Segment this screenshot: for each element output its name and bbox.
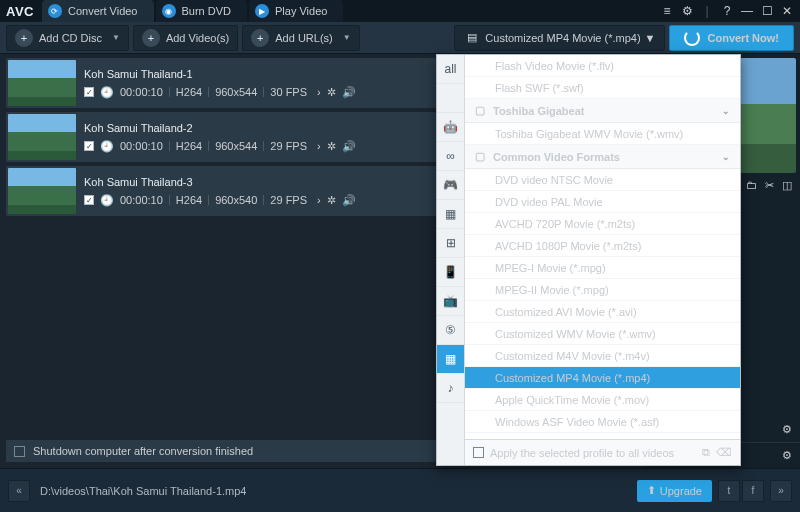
clip-thumbnail [8, 168, 76, 214]
apply-all-checkbox[interactable] [473, 447, 484, 458]
chevron-right-icon[interactable]: › [317, 140, 321, 152]
profile-option-label: AVCHD 1080P Movie (*.m2ts) [495, 240, 641, 252]
facebook-icon[interactable]: f [742, 480, 764, 502]
maximize-icon[interactable]: ☐ [760, 4, 774, 18]
next-button[interactable]: » [770, 480, 792, 502]
profile-rail-item[interactable]: ♪ [437, 374, 464, 403]
upload-icon: ⬆ [647, 484, 656, 497]
profile-option[interactable]: MPEG-II Movie (*.mpg) [465, 279, 740, 301]
chevron-right-icon[interactable]: › [317, 194, 321, 206]
gear-icon[interactable]: ⚙ [782, 449, 792, 462]
profile-label: Customized MP4 Movie (*.mp4) [485, 32, 640, 44]
clip-duration: 00:00:10 [120, 194, 163, 206]
profile-rail-item[interactable]: ⑤ [437, 316, 464, 345]
clock-icon: 🕘 [100, 86, 114, 99]
clip-resolution: 960x544 [215, 140, 257, 152]
profile-option[interactable]: AVCHD 720P Movie (*.m2ts) [465, 213, 740, 235]
profile-option-label: Customized M4V Movie (*.m4v) [495, 350, 650, 362]
profile-rail-item[interactable]: 🎮 [437, 171, 464, 200]
globe-plus-icon: + [251, 29, 269, 47]
gear-icon[interactable]: ⚙ [782, 423, 792, 436]
profile-option[interactable]: AVCHD 1080P Movie (*.m2ts) [465, 235, 740, 257]
output-profile-dropdown[interactable]: ▤ Customized MP4 Movie (*.mp4) ▼ [454, 25, 664, 51]
profile-rail-item[interactable]: 🤖 [437, 113, 464, 142]
upgrade-button[interactable]: ⬆ Upgrade [637, 480, 712, 502]
profile-option[interactable]: Toshiba Gigabeat WMV Movie (*.wmv) [465, 123, 740, 145]
profile-option[interactable]: Matroska Movie (*.mkv) [465, 433, 740, 439]
profile-option-label: Customized WMV Movie (*.wmv) [495, 328, 656, 340]
profile-rail-item[interactable]: ∞ [437, 142, 464, 171]
profile-option[interactable]: Flash SWF (*.swf) [465, 77, 740, 99]
status-bar: « D:\videos\Thai\Koh Samui Thailand-1.mp… [0, 468, 800, 512]
clip-checkbox[interactable]: ✓ [84, 87, 94, 97]
audio-icon: 🔊 [342, 140, 356, 153]
twitter-icon[interactable]: t [718, 480, 740, 502]
clip-resolution: 960x544 [215, 86, 257, 98]
clip-codec: H264 [176, 194, 202, 206]
help-icon[interactable]: ? [720, 4, 734, 18]
tab-play-video[interactable]: ▶Play Video [249, 0, 343, 22]
profile-rail-item[interactable] [437, 84, 464, 113]
effects-icon[interactable]: ✲ [327, 194, 336, 207]
profile-option[interactable]: DVD video PAL Movie [465, 191, 740, 213]
refresh-icon: ⟳ [48, 4, 62, 18]
profile-option-label: Toshiba Gigabeat WMV Movie (*.wmv) [495, 128, 683, 140]
profile-dropdown-footer: Apply the selected profile to all videos… [465, 439, 740, 465]
scissors-icon[interactable]: ✂ [765, 179, 774, 192]
profile-option-label: Apple QuickTime Movie (*.mov) [495, 394, 649, 406]
clip-checkbox[interactable]: ✓ [84, 195, 94, 205]
settings-icon[interactable]: ⚙ [680, 4, 694, 18]
prev-button[interactable]: « [8, 480, 30, 502]
profile-rail-item[interactable]: 📺 [437, 287, 464, 316]
profile-option[interactable]: DVD video NTSC Movie [465, 169, 740, 191]
delete-profile-icon[interactable]: ⌫ [716, 446, 732, 459]
profile-rail-item[interactable]: ▦ [437, 345, 464, 374]
title-bar: AVC ⟳Convert Video◉Burn DVD▶Play Video ≡… [0, 0, 800, 22]
toolbar: + Add CD Disc ▼ + Add Video(s) + Add URL… [0, 22, 800, 54]
audio-icon: 🔊 [342, 194, 356, 207]
profile-rail-item[interactable]: 📱 [437, 258, 464, 287]
clip-codec: H264 [176, 140, 202, 152]
add-urls-button[interactable]: + Add URL(s) ▼ [242, 25, 359, 51]
add-cd-disc-button[interactable]: + Add CD Disc ▼ [6, 25, 129, 51]
tab-burn-dvd[interactable]: ◉Burn DVD [156, 0, 248, 22]
tab-convert-video[interactable]: ⟳Convert Video [42, 0, 154, 22]
profile-group-header[interactable]: ▢Toshiba Gigabeat⌄ [465, 99, 740, 123]
profile-option-label: Matroska Movie (*.mkv) [495, 438, 611, 440]
profile-rail-item[interactable]: all [437, 55, 464, 84]
clip-name: Koh Samui Thailand-3 [84, 176, 466, 188]
chevron-down-icon: ▼ [645, 32, 656, 44]
profile-group-header[interactable]: ▢Common Video Formats⌄ [465, 145, 740, 169]
crop-icon[interactable]: ◫ [782, 179, 792, 192]
chevron-down-icon: ▼ [343, 33, 351, 42]
profile-option[interactable]: Apple QuickTime Movie (*.mov) [465, 389, 740, 411]
profile-option[interactable]: Customized WMV Movie (*.wmv) [465, 323, 740, 345]
close-icon[interactable]: ✕ [780, 4, 794, 18]
profile-rail-item[interactable]: ▦ [437, 200, 464, 229]
profile-option[interactable]: MPEG-I Movie (*.mpg) [465, 257, 740, 279]
profile-rail-item[interactable]: ⊞ [437, 229, 464, 258]
minimize-icon[interactable]: — [740, 4, 754, 18]
convert-now-button[interactable]: Convert Now! [669, 25, 795, 51]
profile-option[interactable]: Customized MP4 Movie (*.mp4) [465, 367, 740, 389]
tab-label: Play Video [275, 5, 327, 17]
profile-option[interactable]: Customized M4V Movie (*.m4v) [465, 345, 740, 367]
film-icon: ▤ [463, 31, 481, 44]
folder-icon[interactable]: 🗀 [746, 179, 757, 192]
clip-checkbox[interactable]: ✓ [84, 141, 94, 151]
chevron-right-icon[interactable]: › [317, 86, 321, 98]
profile-category-rail: all🤖∞🎮▦⊞📱📺⑤▦♪ [437, 55, 465, 465]
save-profile-icon[interactable]: ⧉ [702, 446, 710, 459]
device-icon: ▢ [475, 150, 485, 163]
clip-fps: 29 FPS [270, 194, 307, 206]
profile-option[interactable]: Windows ASF Video Movie (*.asf) [465, 411, 740, 433]
profile-option[interactable]: Flash Video Movie (*.flv) [465, 55, 740, 77]
profile-option[interactable]: Customized AVI Movie (*.avi) [465, 301, 740, 323]
play-icon: ▶ [255, 4, 269, 18]
menu-icon[interactable]: ≡ [660, 4, 674, 18]
effects-icon[interactable]: ✲ [327, 86, 336, 99]
add-videos-button[interactable]: + Add Video(s) [133, 25, 238, 51]
effects-icon[interactable]: ✲ [327, 140, 336, 153]
device-icon: ▢ [475, 104, 485, 117]
disc-icon: ◉ [162, 4, 176, 18]
